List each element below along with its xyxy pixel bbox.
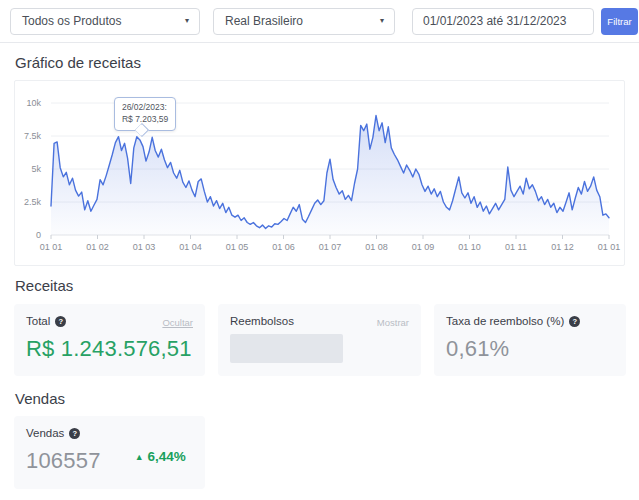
filter-button[interactable]: Filtrar [601,8,638,35]
stat-card-label: Vendas [26,427,64,439]
product-select[interactable]: Todos os Produtos ▾ [10,8,200,35]
svg-text:01 11: 01 11 [505,242,527,252]
currency-select-value: Real Brasileiro [225,14,303,28]
hidden-value-placeholder [230,334,343,363]
currency-select[interactable]: Real Brasileiro ▾ [213,8,395,35]
svg-text:01 08: 01 08 [365,242,388,252]
stat-card-total: Total ? Ocultar R$ 1.243.576,51 [14,304,205,376]
revenue-chart-card: 02.5k5k7.5k10k01 0101 0201 0301 0401 050… [14,80,625,266]
stat-card-label: Taxa de reembolso (%) [446,315,564,327]
help-icon[interactable]: ? [569,316,580,327]
revenue-chart[interactable]: 02.5k5k7.5k10k01 0101 0201 0301 0401 050… [15,81,625,265]
receitas-cards: Total ? Ocultar R$ 1.243.576,51 Reembols… [14,304,625,376]
svg-text:01 02: 01 02 [86,242,109,252]
svg-text:01 07: 01 07 [319,242,342,252]
ocultar-link[interactable]: Ocultar [162,317,193,328]
svg-text:2.5k: 2.5k [24,197,42,207]
mostrar-link[interactable]: Mostrar [377,317,409,328]
svg-text:10k: 10k [26,98,41,108]
stat-card-taxa-reembolso: Taxa de reembolso (%) ? 0,61% [434,304,626,376]
vendas-delta-value: 6,44% [148,449,186,464]
chart-section-title: Gráfico de receitas [15,54,625,71]
chevron-down-icon: ▾ [380,17,384,25]
svg-text:0: 0 [36,230,41,240]
svg-text:01 01: 01 01 [40,242,63,252]
filter-bar: Todos os Produtos ▾ Real Brasileiro ▾ Fi… [0,0,639,43]
arrow-up-icon: ▲ [135,452,144,462]
help-icon[interactable]: ? [69,428,80,439]
svg-text:01 10: 01 10 [458,242,481,252]
chevron-down-icon: ▾ [185,17,189,25]
date-range-input[interactable] [412,8,594,35]
svg-text:01 05: 01 05 [226,242,249,252]
stat-card-label: Reembolsos [230,315,294,327]
stat-card-label: Total [26,315,50,327]
help-icon[interactable]: ? [55,316,66,327]
svg-text:01 01: 01 01 [598,242,621,252]
svg-text:01 03: 01 03 [133,242,156,252]
vendas-section-title: Vendas [15,390,625,407]
vendas-value: 106557 [26,448,101,474]
tooltip-date: 26/02/2023: [122,102,168,114]
tooltip-value: R$ 7.203,59 [122,114,168,126]
taxa-reembolso-value: 0,61% [446,336,614,362]
svg-text:01 04: 01 04 [179,242,202,252]
total-value: R$ 1.243.576,51 [26,336,193,362]
vendas-delta: ▲ 6,44% [135,449,186,464]
svg-text:01 12: 01 12 [551,242,574,252]
svg-text:7.5k: 7.5k [24,131,42,141]
receitas-section-title: Receitas [15,277,625,294]
svg-text:5k: 5k [31,164,41,174]
stat-card-vendas: Vendas ? 106557 ▲ 6,44% [14,416,205,489]
svg-text:01 09: 01 09 [412,242,435,252]
chart-tooltip: 26/02/2023: R$ 7.203,59 [114,97,176,131]
stat-card-reembolsos: Reembolsos Mostrar [218,304,421,376]
product-select-value: Todos os Produtos [22,14,121,28]
svg-text:01 06: 01 06 [272,242,295,252]
